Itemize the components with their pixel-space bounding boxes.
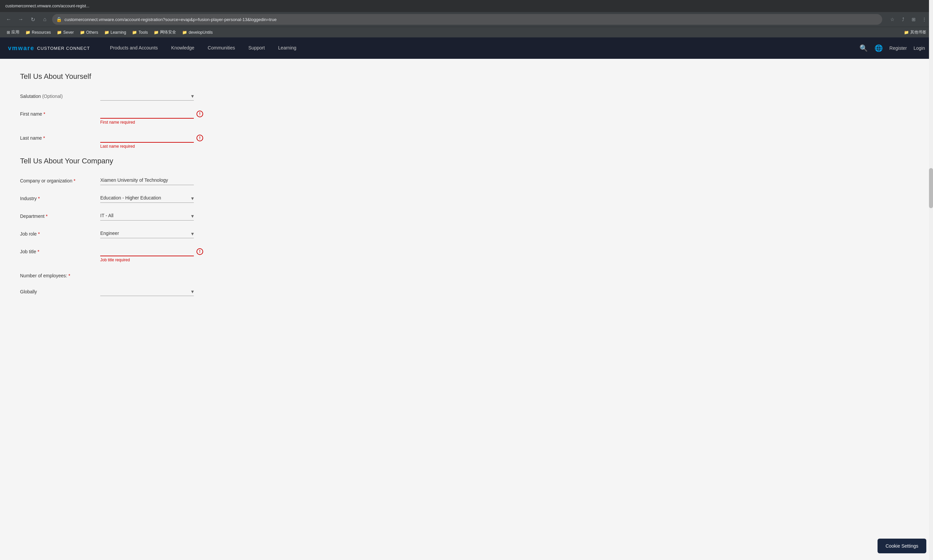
browser-tab-bar: customerconnect.vmware.com/account-regis… [0,0,933,12]
globally-group: Globally 1-100 101-500 501-1000 1000+ [20,286,913,296]
bookmarks-bar: ⊞ 应用 📁 Resources 📁 Sever 📁 Others 📁 Lear… [0,27,933,37]
last-name-label: Last name * [20,133,94,141]
department-label: Department * [20,211,94,219]
page-scrollbar[interactable] [929,0,933,560]
first-name-label: First name * [20,109,94,117]
industry-label: Industry * [20,193,94,201]
browser-chrome: customerconnect.vmware.com/account-regis… [0,0,933,37]
home-button[interactable]: ⌂ [40,15,49,24]
job-role-select[interactable]: Engineer Manager Director Executive [100,229,194,238]
section2-title: Tell Us About Your Company [20,157,913,165]
last-name-group: Last name * ! Last name required [20,133,913,149]
salutation-group: Salutation (Optional) Mr. Ms. Dr. [20,91,913,101]
folder-icon: 📁 [57,30,62,35]
section1-title: Tell Us About Yourself [20,72,913,81]
first-name-error-message: First name required [100,120,194,125]
last-name-error-message: Last name required [100,144,194,149]
folder-icon: 📁 [182,30,187,35]
bookmark-others[interactable]: 📁 Others [77,29,101,36]
share-icon[interactable]: ⤴ [898,15,908,24]
vmware-brand-text: vmware [8,45,34,52]
num-employees-label: Number of employees: * [20,270,94,278]
star-icon[interactable]: ☆ [888,15,897,24]
department-select[interactable]: IT - All HR Finance Marketing [100,211,194,220]
reload-button[interactable]: ↻ [28,15,37,24]
first-name-error-icon: ! [197,111,203,117]
forward-button[interactable]: → [16,15,25,24]
folder-icon: 📁 [80,30,85,35]
bookmark-develop[interactable]: 📁 developUntils [179,29,215,36]
active-tab[interactable]: customerconnect.vmware.com/account-regis… [3,2,92,10]
customer-connect-text: CUSTOMER CONNECT [37,46,90,51]
company-group: Company or organization * [20,175,913,185]
company-input[interactable] [100,175,194,185]
cookie-settings-button[interactable]: Cookie Settings [878,538,926,553]
folder-icon: 📁 [25,30,31,35]
scrollbar-thumb[interactable] [929,168,933,208]
last-name-input[interactable] [100,133,194,143]
bookmark-apps[interactable]: ⊞ 应用 [4,28,22,37]
url-text: customerconnect.vmware.com/account-regis… [65,17,878,22]
nav-knowledge[interactable]: Knowledge [165,37,201,59]
folder-icon: 📁 [132,30,137,35]
menu-icon[interactable]: ⋮ [920,15,929,24]
main-content: Tell Us About Yourself Salutation (Optio… [0,59,933,552]
job-role-label: Job role * [20,229,94,237]
num-employees-group: Number of employees: * [20,270,913,278]
job-title-error-icon: ! [197,248,203,255]
search-button[interactable]: 🔍 [859,44,868,52]
job-title-group: Job title * ! Job title required [20,246,913,262]
job-title-input[interactable] [100,246,194,256]
salutation-select[interactable]: Mr. Ms. Dr. [100,91,194,101]
bookmark-sever[interactable]: 📁 Sever [54,29,76,36]
salutation-label: Salutation (Optional) [20,91,94,99]
back-button[interactable]: ← [4,15,13,24]
browser-extension-icons: ☆ ⤴ ⊞ ⋮ [888,15,929,24]
job-title-field: ! Job title required [100,246,194,262]
last-name-error-icon: ! [197,135,203,142]
extensions-icon[interactable]: ⊞ [909,15,918,24]
register-link[interactable]: Register [890,45,907,51]
vmware-logo: vmware CUSTOMER CONNECT [8,45,90,52]
department-select-wrapper: IT - All HR Finance Marketing [100,211,194,220]
bookmark-other-books[interactable]: 📁 其他书签 [901,28,929,37]
bookmark-resources[interactable]: 📁 Resources [23,29,54,36]
bookmark-learning[interactable]: 📁 Learning [102,29,129,36]
industry-select[interactable]: Education - Higher Education Education -… [100,193,194,203]
bookmark-security[interactable]: 📁 网络安全 [151,28,179,37]
browser-controls: ← → ↻ ⌂ 🔒 customerconnect.vmware.com/acc… [0,12,933,27]
nav-products-accounts[interactable]: Products and Accounts [103,37,165,59]
apps-icon: ⊞ [7,30,10,35]
first-name-input[interactable] [100,109,194,118]
job-title-label: Job title * [20,246,94,254]
nav-communities[interactable]: Communities [201,37,242,59]
folder-icon: 📁 [154,30,159,35]
login-link[interactable]: Login [914,45,925,51]
job-title-error-message: Job title required [100,258,194,262]
globally-select[interactable]: 1-100 101-500 501-1000 1000+ [100,286,194,296]
industry-select-wrapper: Education - Higher Education Education -… [100,193,194,203]
company-field [100,175,194,185]
nav-links: Products and Accounts Knowledge Communit… [103,37,859,59]
folder-icon: 📁 [904,30,909,35]
globally-select-wrapper: 1-100 101-500 501-1000 1000+ [100,286,194,296]
nav-learning[interactable]: Learning [271,37,303,59]
bookmark-tools[interactable]: 📁 Tools [129,29,150,36]
first-name-field: ! First name required [100,109,194,125]
industry-group: Industry * Education - Higher Education … [20,193,913,203]
address-bar[interactable]: 🔒 customerconnect.vmware.com/account-reg… [52,14,882,25]
department-group: Department * IT - All HR Finance Marketi… [20,211,913,220]
job-role-select-wrapper: Engineer Manager Director Executive [100,229,194,238]
first-name-group: First name * ! First name required [20,109,913,125]
main-navigation: vmware CUSTOMER CONNECT Products and Acc… [0,37,933,59]
job-role-group: Job role * Engineer Manager Director Exe… [20,229,913,238]
nav-support[interactable]: Support [242,37,271,59]
nav-actions: 🔍 🌐 Register Login [859,44,925,52]
company-label: Company or organization * [20,175,94,183]
language-button[interactable]: 🌐 [874,44,883,52]
folder-icon: 📁 [104,30,109,35]
last-name-field: ! Last name required [100,133,194,149]
globally-label: Globally [20,286,94,294]
salutation-select-wrapper: Mr. Ms. Dr. [100,91,194,101]
